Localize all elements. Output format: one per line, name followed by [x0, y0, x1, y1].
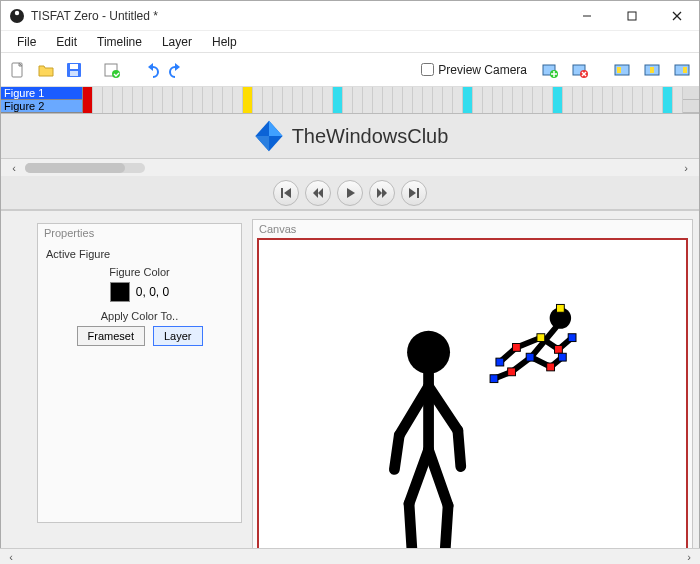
frame-cell[interactable] — [363, 87, 373, 100]
frame-cell[interactable] — [353, 100, 363, 113]
frame-cell[interactable] — [293, 100, 303, 113]
frame-cell[interactable] — [663, 100, 673, 113]
frame-cell[interactable] — [143, 87, 153, 100]
frame-cell[interactable] — [513, 87, 523, 100]
frame-cell[interactable] — [133, 100, 143, 113]
frame-cell[interactable] — [113, 100, 123, 113]
frame-cell[interactable] — [143, 100, 153, 113]
frame-tool-1-button[interactable] — [609, 57, 635, 83]
frame-cell[interactable] — [553, 87, 563, 100]
frame-cell[interactable] — [473, 100, 483, 113]
frame-cell[interactable] — [543, 87, 553, 100]
frame-cell[interactable] — [253, 100, 263, 113]
bottom-scroll-right-icon[interactable]: › — [682, 551, 696, 563]
menu-help[interactable]: Help — [202, 32, 247, 52]
frame-cell[interactable] — [263, 87, 273, 100]
frame-cell[interactable] — [213, 87, 223, 100]
frame-grid[interactable] — [83, 87, 699, 113]
frame-cell[interactable] — [513, 100, 523, 113]
goto-end-button[interactable] — [401, 180, 427, 206]
frame-cell[interactable] — [453, 87, 463, 100]
window-bottom-scrollbar[interactable]: ‹ › — [0, 548, 700, 564]
frame-cell[interactable] — [493, 87, 503, 100]
figure-1[interactable] — [394, 331, 460, 551]
canvas-content[interactable] — [259, 240, 686, 563]
scroll-thumb[interactable] — [25, 163, 125, 173]
frame-cell[interactable] — [633, 100, 643, 113]
frame-cell[interactable] — [383, 87, 393, 100]
frame-cell[interactable] — [93, 100, 103, 113]
frame-cell[interactable] — [543, 100, 553, 113]
frame-cell[interactable] — [323, 87, 333, 100]
frame-cell[interactable] — [443, 87, 453, 100]
frame-cell[interactable] — [453, 100, 463, 113]
frame-cell[interactable] — [313, 100, 323, 113]
figure-2[interactable] — [494, 307, 572, 378]
frame-cell[interactable] — [603, 100, 613, 113]
frame-cell[interactable] — [533, 87, 543, 100]
step-forward-button[interactable] — [369, 180, 395, 206]
frame-cell[interactable] — [563, 87, 573, 100]
frame-cell[interactable] — [353, 87, 363, 100]
layer-button[interactable]: Layer — [153, 326, 203, 346]
frame-cell[interactable] — [213, 100, 223, 113]
frame-cell[interactable] — [463, 87, 473, 100]
frame-cell[interactable] — [633, 87, 643, 100]
frame-cell[interactable] — [673, 100, 683, 113]
minimize-button[interactable] — [564, 1, 609, 30]
frame-cell[interactable] — [223, 100, 233, 113]
menu-layer[interactable]: Layer — [152, 32, 202, 52]
step-back-button[interactable] — [305, 180, 331, 206]
frame-cell[interactable] — [503, 100, 513, 113]
frame-cell[interactable] — [413, 87, 423, 100]
preview-camera-checkbox[interactable]: Preview Camera — [421, 63, 527, 77]
frame-cell[interactable] — [443, 100, 453, 113]
scroll-left-icon[interactable]: ‹ — [7, 162, 21, 174]
canvas[interactable] — [257, 238, 688, 563]
frame-tool-3-button[interactable] — [669, 57, 695, 83]
frame-cell[interactable] — [563, 100, 573, 113]
frame-cell[interactable] — [163, 100, 173, 113]
frame-cell[interactable] — [203, 87, 213, 100]
frame-cell[interactable] — [613, 100, 623, 113]
export-button[interactable] — [99, 57, 125, 83]
frame-cell[interactable] — [583, 100, 593, 113]
menu-edit[interactable]: Edit — [46, 32, 87, 52]
frame-cell[interactable] — [273, 100, 283, 113]
preview-camera-input[interactable] — [421, 63, 434, 76]
frame-cell[interactable] — [333, 87, 343, 100]
remove-layer-button[interactable] — [567, 57, 593, 83]
frame-cell[interactable] — [103, 87, 113, 100]
frame-cell[interactable] — [343, 87, 353, 100]
scroll-track[interactable] — [25, 163, 145, 173]
color-swatch[interactable] — [110, 282, 130, 302]
frame-cell[interactable] — [173, 87, 183, 100]
frame-cell[interactable] — [603, 87, 613, 100]
frame-cell[interactable] — [133, 87, 143, 100]
frame-cell[interactable] — [613, 87, 623, 100]
goto-start-button[interactable] — [273, 180, 299, 206]
frame-cell[interactable] — [83, 100, 93, 113]
frame-cell[interactable] — [423, 87, 433, 100]
frame-cell[interactable] — [323, 100, 333, 113]
play-button[interactable] — [337, 180, 363, 206]
frame-cell[interactable] — [153, 87, 163, 100]
frame-cell[interactable] — [233, 100, 243, 113]
frame-cell[interactable] — [623, 100, 633, 113]
menu-timeline[interactable]: Timeline — [87, 32, 152, 52]
frame-cell[interactable] — [373, 100, 383, 113]
frame-cell[interactable] — [573, 87, 583, 100]
frame-cell[interactable] — [383, 100, 393, 113]
save-file-button[interactable] — [61, 57, 87, 83]
frame-cell[interactable] — [253, 87, 263, 100]
frame-cell[interactable] — [623, 87, 633, 100]
frame-cell[interactable] — [173, 100, 183, 113]
frame-cell[interactable] — [193, 87, 203, 100]
menu-file[interactable]: File — [7, 32, 46, 52]
maximize-button[interactable] — [609, 1, 654, 30]
frame-cell[interactable] — [503, 87, 513, 100]
frame-cell[interactable] — [93, 87, 103, 100]
frame-cell[interactable] — [283, 87, 293, 100]
add-layer-button[interactable] — [537, 57, 563, 83]
frame-cell[interactable] — [263, 100, 273, 113]
